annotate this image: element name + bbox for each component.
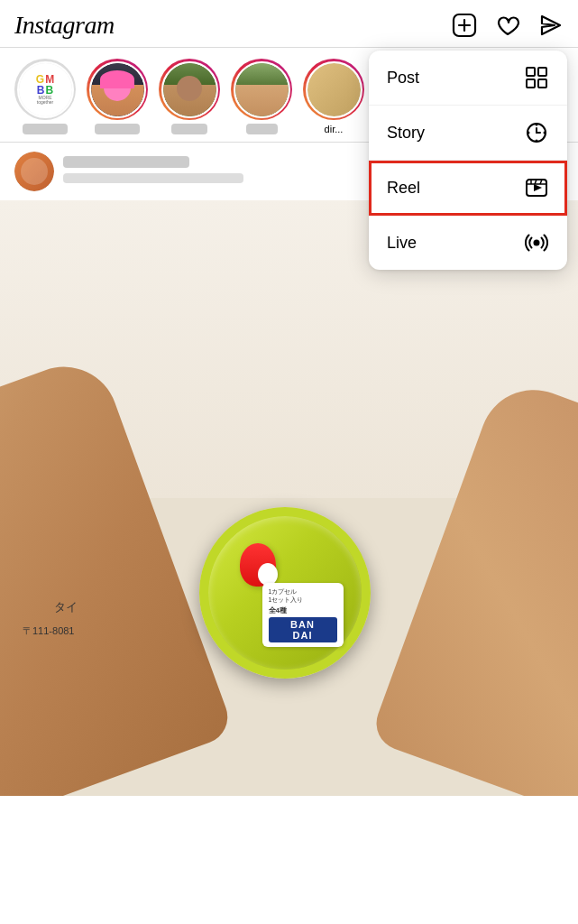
reel-icon — [524, 175, 549, 200]
story-avatar-inner — [161, 61, 218, 118]
story-label — [95, 124, 140, 134]
content-area: 1カプセル1セット入り 全4種 BAN DAI タイ 〒111-8081 — [0, 200, 578, 796]
dropdown-story-label: Story — [387, 124, 425, 143]
capsule-outer-ring: 1カプセル1セット入り 全4種 BAN DAI — [199, 507, 371, 679]
dropdown-reel-label: Reel — [387, 179, 420, 198]
story-avatar-inner — [234, 61, 290, 118]
dropdown-post-label: Post — [387, 69, 419, 88]
svg-rect-3 — [527, 68, 535, 76]
dropdown-item-live[interactable]: Live — [369, 216, 567, 270]
activity-username — [63, 156, 189, 168]
svg-point-11 — [544, 132, 546, 134]
bandai-label-card: 1カプセル1セット入り 全4種 BAN DAI — [262, 583, 344, 647]
svg-point-12 — [536, 140, 538, 143]
story-item[interactable] — [87, 59, 148, 134]
dropdown-menu: Post Story — [369, 51, 567, 270]
svg-rect-6 — [538, 79, 546, 88]
story-avatar-ring: G M B B MOREtogether — [14, 59, 76, 120]
dropdown-item-post[interactable]: Post — [369, 51, 567, 106]
svg-point-10 — [536, 124, 538, 126]
capsule-toy: 1カプセル1セット入り 全4種 BAN DAI — [199, 507, 380, 688]
story-label: dir... — [325, 124, 344, 134]
activity-avatar — [14, 152, 54, 191]
messages-button[interactable] — [538, 13, 564, 38]
story-avatar-ring — [303, 59, 364, 120]
svg-rect-5 — [527, 79, 535, 88]
story-avatar-ring — [159, 59, 220, 120]
add-button[interactable] — [452, 13, 477, 38]
story-item[interactable] — [231, 59, 292, 134]
story-avatar-inner: G M B B MOREtogether — [17, 61, 74, 118]
toy-scene: 1カプセル1セット入り 全4種 BAN DAI タイ 〒111-8081 — [0, 200, 578, 796]
story-avatar-inner — [89, 61, 146, 118]
story-avatar-inner — [306, 61, 362, 118]
jp-overlay-2: 〒111-8081 — [23, 624, 75, 638]
activity-action — [63, 173, 243, 183]
story-avatar-ring — [87, 59, 148, 120]
app-header: Instagram — [0, 0, 578, 48]
story-label — [246, 124, 278, 134]
header-icons — [452, 13, 564, 38]
dropdown-item-reel[interactable]: Reel — [369, 161, 567, 216]
jp-text-1: 1カプセル1セット入り — [269, 587, 337, 604]
grid-icon — [524, 65, 549, 90]
story-label — [23, 124, 68, 134]
gmbb-logo: G M B B MOREtogether — [19, 63, 72, 116]
jp-text-2: 全4種 — [269, 605, 337, 615]
story-label — [171, 124, 207, 134]
svg-rect-4 — [538, 68, 546, 76]
jp-overlay-1: タイ — [54, 599, 78, 615]
story-icon — [524, 120, 549, 145]
story-item[interactable] — [159, 59, 220, 134]
bandai-logo: BAN DAI — [269, 617, 337, 642]
story-item[interactable]: dir... — [303, 59, 364, 134]
live-icon — [524, 230, 549, 255]
story-avatar-ring — [231, 59, 292, 120]
gmbb-subtitle: MOREtogether — [37, 96, 53, 106]
instagram-logo: Instagram — [14, 11, 115, 40]
notifications-button[interactable] — [495, 13, 520, 38]
svg-point-13 — [528, 132, 530, 134]
dropdown-live-label: Live — [387, 234, 417, 253]
dropdown-item-story[interactable]: Story — [369, 106, 567, 161]
svg-point-20 — [534, 240, 540, 246]
story-item[interactable]: G M B B MOREtogether — [14, 59, 76, 134]
